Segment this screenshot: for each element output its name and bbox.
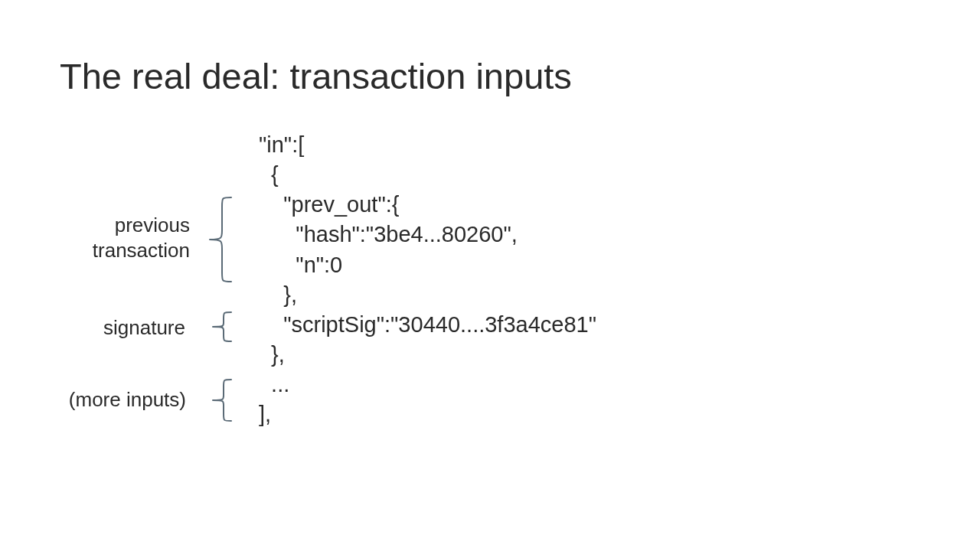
label-signature: signature (93, 315, 185, 341)
code-line: "prev_out":{ (259, 192, 399, 217)
label-text: (more inputs) (69, 388, 186, 411)
label-text-line2: transaction (93, 239, 190, 262)
code-line: { (259, 162, 279, 187)
label-more-inputs: (more inputs) (60, 387, 186, 412)
code-line: ], (259, 402, 271, 426)
code-block: "in":[ { "prev_out":{ "hash":"3be4...802… (259, 130, 596, 429)
brace-previous-icon (201, 194, 239, 285)
code-line: "hash":"3be4...80260", (259, 222, 518, 246)
label-text: signature (103, 316, 185, 339)
brace-signature-icon (201, 308, 239, 346)
code-line: }, (259, 282, 297, 307)
code-line: "scriptSig":"30440....3f3a4ce81" (259, 312, 596, 337)
slide-title: The real deal: transaction inputs (60, 55, 572, 97)
code-line: "n":0 (259, 253, 342, 277)
label-previous-transaction: previous transaction (83, 213, 190, 262)
code-line: }, (259, 342, 285, 367)
brace-more-inputs-icon (201, 375, 239, 425)
label-text-line1: previous (115, 214, 190, 236)
code-line: "in":[ (259, 132, 304, 157)
code-line: ... (259, 372, 289, 396)
